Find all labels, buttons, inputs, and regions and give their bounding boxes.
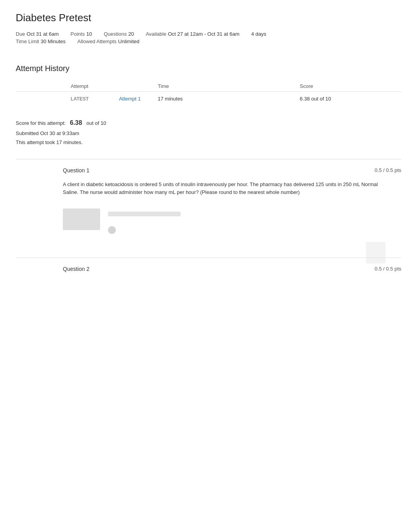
blur-right-block <box>366 242 386 263</box>
points-value: 10 <box>86 31 92 37</box>
quiz-meta: Due Oct 31 at 6am Points 10 Questions 20… <box>16 31 401 44</box>
blurred-content <box>63 208 401 234</box>
score-submitted: Submitted Oct 30 at 9:33am <box>16 129 401 138</box>
attempt-time-cell: 17 minutes <box>158 92 300 106</box>
question-1-answer-area <box>63 208 401 234</box>
blur-text-area <box>108 208 181 234</box>
attempt-history-title: Attempt History <box>16 64 401 73</box>
meta-row-2: Time Limit 30 Minutes Allowed Attempts U… <box>16 38 401 44</box>
question-2-title: Question 2 <box>63 266 90 272</box>
meta-row-1: Due Oct 31 at 6am Points 10 Questions 20… <box>16 31 401 37</box>
page-title: Diabetes Pretest <box>16 12 401 24</box>
score-time-taken: This attempt took 17 minutes. <box>16 138 401 147</box>
time-limit-value: 30 Minutes <box>40 38 66 44</box>
available-days: 4 days <box>251 31 266 37</box>
due-value: Oct 31 at 6am <box>27 31 59 37</box>
col-header-time: Time <box>158 81 300 92</box>
attempt-history-table: Attempt Time Score LATEST Attempt 1 17 m… <box>16 81 401 106</box>
latest-tag: LATEST <box>71 96 118 102</box>
attempt-tag-cell: LATEST Attempt 1 <box>16 92 158 106</box>
blur-image-block <box>63 208 100 230</box>
attempt-link[interactable]: Attempt 1 <box>119 96 141 102</box>
score-out-of: out of 10 <box>86 120 106 126</box>
col-header-attempt: Attempt <box>16 81 158 92</box>
blur-text-line-1 <box>108 212 181 216</box>
time-limit-label: Time Limit <box>16 38 39 44</box>
question-2-pts: 0.5 / 0.5 pts <box>375 266 401 272</box>
questions-label: Questions <box>104 31 127 37</box>
attempt-score-cell: 6.38 out of 10 <box>300 92 401 106</box>
points-label: Points <box>71 31 85 37</box>
available-label: Available <box>146 31 166 37</box>
due-label: Due <box>16 31 25 37</box>
question-2-block: Question 2 0.5 / 0.5 pts <box>16 258 401 280</box>
allowed-attempts-label: Allowed Attempts <box>77 38 117 44</box>
question-1-pts: 0.5 / 0.5 pts <box>375 167 401 173</box>
question-1-text: A client in diabetic ketoacidosis is ord… <box>63 181 385 197</box>
allowed-attempts-value: Unlimited <box>118 38 139 44</box>
questions-value: 20 <box>128 31 134 37</box>
available-value: Oct 27 at 12am - Oct 31 at 6am <box>168 31 240 37</box>
score-value: 6.38 <box>70 119 82 126</box>
question-1-header: Question 1 0.5 / 0.5 pts <box>63 167 401 174</box>
question-1-title: Question 1 <box>63 167 90 174</box>
table-row: LATEST Attempt 1 17 minutes 6.38 out of … <box>16 92 401 106</box>
score-summary: Score for this attempt: 6.38 out of 10 S… <box>16 117 401 147</box>
score-label: Score for this attempt: <box>16 120 66 126</box>
score-summary-line1: Score for this attempt: 6.38 out of 10 <box>16 117 401 129</box>
question-1-block: Question 1 0.5 / 0.5 pts A client in dia… <box>16 159 401 254</box>
col-header-score: Score <box>300 81 401 92</box>
blur-dot <box>108 226 116 234</box>
